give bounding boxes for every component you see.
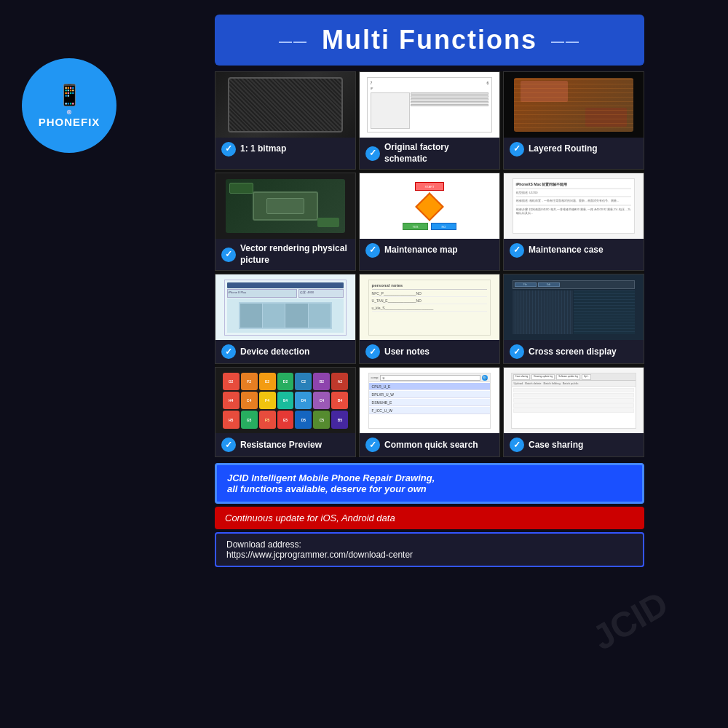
- res-key-b2: B2: [313, 373, 330, 390]
- info-box-blue: JCID Intelligent Mobile Phone Repair Dra…: [215, 463, 644, 504]
- check-icon-bitmap: ✓: [221, 142, 236, 157]
- search-result-4[interactable]: F_ICC_U_W: [369, 407, 491, 414]
- res-key-nfc5: D5: [295, 411, 312, 428]
- case-row-5: [513, 408, 635, 413]
- bottom-section: JCID Intelligent Mobile Phone Repair Dra…: [215, 463, 644, 567]
- mcase-inner: iPhoneXS Max 前置同轴不能用 机型描述: U1700 检修描述: 相…: [513, 178, 636, 234]
- feature-label-notes: ✓ User notes: [360, 340, 435, 363]
- feature-image-cross: File Edit: [504, 274, 644, 340]
- case-tab-drawing[interactable]: Drawing update log: [531, 374, 555, 380]
- check-icon-search: ✓: [365, 438, 380, 452]
- res-key-g3: C4: [241, 392, 258, 409]
- feature-label-device: ✓ Device detection: [215, 340, 315, 363]
- case-row-4: [513, 403, 635, 408]
- notes-inner: personal notes NFC_P________________NO U…: [368, 280, 491, 336]
- feature-image-bitmap: [215, 72, 355, 138]
- feature-label-layered: ✓ Layered Routing: [504, 138, 604, 161]
- res-key-nfc3: F5: [259, 411, 276, 428]
- res-key-nfc: H5: [223, 411, 240, 428]
- feature-case-sharing: Case sharing Drawing update log Software…: [503, 367, 644, 457]
- search-bar: comp: u 🔍: [369, 373, 491, 382]
- feature-label-vector: ✓ Vector rendering physical picture: [215, 239, 355, 270]
- res-key-b3: B4: [331, 392, 348, 409]
- feature-image-layered: [504, 72, 644, 138]
- phonefix-logo: 📱 ⊗ PHONEFIX: [22, 58, 116, 153]
- info-box-dark: Download address: https://www.jcprogramm…: [215, 532, 644, 567]
- feature-label-mcase: ✓ Maintenance case: [504, 239, 609, 262]
- feature-image-device: iPhone 8 Plus 位置: 4800: [215, 274, 355, 340]
- search-result-3[interactable]: DSMUHB_E: [369, 399, 491, 406]
- case-tab-software[interactable]: Software update log: [556, 374, 580, 380]
- feature-image-mcase: iPhoneXS Max 前置同轴不能用 机型描述: U1700 检修描述: 相…: [504, 173, 644, 239]
- mcase-model: 机型描述: U1700: [516, 191, 632, 194]
- header-title: —— Multi Functions ——: [229, 25, 630, 55]
- page-header: —— Multi Functions ——: [215, 15, 644, 66]
- case-tab-sharing[interactable]: Case sharing: [513, 374, 531, 380]
- search-input-mock[interactable]: u: [380, 375, 480, 381]
- device-content: [227, 298, 344, 333]
- res-key-nfc7: B5: [331, 411, 348, 428]
- check-icon-resistance: ✓: [221, 438, 236, 452]
- schematic-inner: 76 IP: [367, 77, 493, 133]
- case-row-2: [513, 393, 635, 397]
- res-key-c2: C2: [295, 373, 312, 390]
- note-line-1: NFC_P________________NO: [372, 291, 488, 297]
- features-grid: ✓ 1: 1 bitmap 76 IP: [215, 71, 644, 457]
- feature-bitmap: ✓ 1: 1 bitmap: [215, 71, 356, 170]
- check-icon-notes: ✓: [365, 344, 380, 359]
- res-key-f2: F2: [241, 373, 258, 390]
- feature-maintenance-case: iPhoneXS Max 前置同轴不能用 机型描述: U1700 检修描述: 相…: [503, 173, 644, 271]
- resistance-keyboard: G2 F2 E2 D2 C2 B2 A2 H4 C4 F4 E4 D4 C4 B…: [223, 373, 349, 429]
- mcase-title: iPhoneXS Max 前置同轴不能用: [516, 182, 632, 186]
- feature-label-mmap: ✓ Maintenance map: [360, 239, 464, 262]
- check-icon-schematic: ✓: [365, 146, 380, 161]
- deco-right: ——: [546, 34, 580, 49]
- feature-label-search: ✓ Common quick search: [360, 433, 484, 456]
- case-tab-upload[interactable]: Upl...: [582, 374, 591, 380]
- res-key-h3: H4: [223, 392, 240, 409]
- logo-text: PHONEFIX: [39, 116, 100, 128]
- feature-device: iPhone 8 Plus 位置: 4800: [215, 274, 356, 364]
- res-key-f3: F4: [259, 392, 276, 409]
- feature-search: comp: u 🔍 CPLR_U_E DPLXR_U_W DSMUHB_E F_…: [359, 367, 500, 457]
- features-grid-wrapper: ✓ 1: 1 bitmap 76 IP: [215, 71, 644, 457]
- check-icon-mcase: ✓: [510, 243, 524, 258]
- feature-label-cross: ✓ Cross screen display: [504, 340, 622, 363]
- note-line-3: u_kle_S________________________: [372, 306, 488, 312]
- download-url: https://www.jcprogrammer.com/download-ce…: [226, 550, 633, 560]
- feature-layered-routing: ✓ Layered Routing: [503, 71, 644, 170]
- feature-image-vector: [215, 173, 355, 239]
- case-tab-bar: Case sharing Drawing update log Software…: [512, 373, 636, 381]
- feature-label-resistance: ✓ Resistance Preview: [215, 433, 328, 456]
- mcase-desc: 检修描述: 相机前置，一角有往背面相对的问题。重新，画面消失有信号、测量...: [516, 199, 632, 203]
- note-line-2: U_TAN_E______________ND: [372, 298, 488, 304]
- res-key-nfc2: G5: [241, 411, 258, 428]
- mmap-inner: START YES NO: [368, 178, 491, 234]
- check-icon-mmap: ✓: [365, 243, 380, 258]
- feature-resistance: G2 F2 E2 D2 C2 B2 A2 H4 C4 F4 E4 D4 C4 B…: [215, 367, 356, 457]
- device-bar-top: [227, 282, 344, 288]
- res-key-d2: D2: [277, 373, 294, 390]
- feature-image-case-sharing: Case sharing Drawing update log Software…: [504, 368, 644, 433]
- res-key-nfc4: E5: [277, 411, 294, 428]
- search-inner: comp: u 🔍 CPLR_U_E DPLXR_U_W DSMUHB_E F_…: [368, 373, 491, 429]
- logo-sub-icon: ⊗: [66, 108, 72, 116]
- info-box-red: Continuous update for iOS, Android data: [215, 507, 644, 529]
- case-table: [512, 387, 636, 428]
- feature-cross-screen: File Edit ✓ Cross screen display: [503, 274, 644, 364]
- check-icon-case-sharing: ✓: [510, 438, 524, 452]
- check-icon-cross: ✓: [510, 344, 524, 359]
- check-icon-vector: ✓: [221, 248, 236, 262]
- feature-image-resistance: G2 F2 E2 D2 C2 B2 A2 H4 C4 F4 E4 D4 C4 B…: [215, 368, 355, 433]
- device-inner: iPhone 8 Plus 位置: 4800: [224, 280, 347, 336]
- feature-vector: ✓ Vector rendering physical picture: [215, 173, 356, 271]
- feature-image-search: comp: u 🔍 CPLR_U_E DPLXR_U_W DSMUHB_E F_…: [360, 368, 499, 433]
- deco-left: ——: [279, 34, 313, 49]
- res-key-e2: E2: [259, 373, 276, 390]
- main-container: 📱 ⊗ PHONEFIX —— Multi Functions —— ✓: [0, 0, 728, 728]
- search-result-2[interactable]: DPLXR_U_W: [369, 391, 491, 398]
- check-icon-device: ✓: [221, 344, 236, 359]
- feature-original-schematic: 76 IP: [359, 71, 500, 170]
- case-row-1: [513, 388, 635, 392]
- search-result-1[interactable]: CPLR_U_E: [369, 383, 491, 390]
